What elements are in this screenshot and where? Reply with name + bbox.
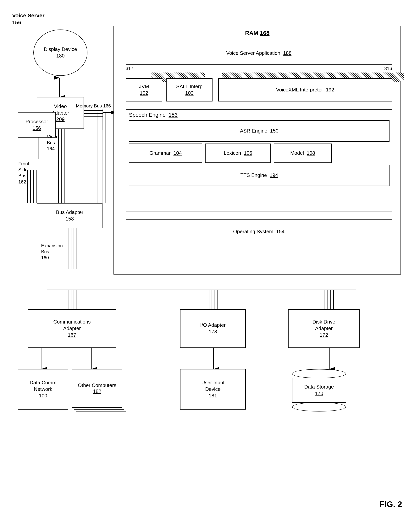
jvm-box: JVM 102 (126, 78, 162, 101)
salt-interp-box: SALT Interp 103 (166, 78, 213, 101)
front-side-bus-label: FrontSideBus162 (18, 161, 29, 185)
comm-adapter: CommunicationsAdapter 167 (28, 309, 116, 348)
video-bus-label: VideoBus164 (47, 134, 59, 152)
grammar-box: Grammar 104 (129, 144, 202, 163)
model-box: Model 108 (274, 144, 332, 163)
io-adapter: I/O Adapter 178 (180, 309, 246, 348)
uid-label: User InputDevice (201, 380, 224, 392)
uid-num: 181 (209, 393, 217, 399)
disk-adapter-label: Disk DriveAdapter (313, 319, 335, 331)
dcn-num: 100 (39, 393, 47, 399)
asr-label: ASR Engine 150 (240, 128, 278, 134)
ram-box: RAM 168 Voice Server Application 188 317… (114, 26, 401, 275)
io-adapter-label: I/O Adapter (200, 322, 226, 328)
data-comm-network: Data CommNetwork 100 (18, 369, 68, 409)
diagram-container: Voice Server 156 FIG. 2 (8, 8, 412, 515)
salt-num: 103 (185, 90, 193, 96)
speech-engine-box: Speech Engine 153 ASR Engine 150 Grammar… (126, 109, 392, 212)
salt-label: SALT Interp (176, 83, 202, 89)
io-adapter-num: 178 (209, 329, 217, 335)
memory-bus-label: Memory Bus 166 (76, 103, 111, 109)
processor-num: 156 (33, 125, 41, 131)
processor-label: Processor (25, 119, 48, 124)
disk-adapter-num: 172 (320, 332, 328, 338)
voice-server-app: Voice Server Application 188 (126, 42, 392, 65)
display-device: Display Device 180 (33, 30, 87, 76)
jvm-num: 102 (140, 90, 148, 96)
tts-engine-box: TTS Engine 194 (129, 165, 389, 186)
model-label: Model 108 (290, 150, 315, 156)
user-input-device: User InputDevice 181 (180, 369, 246, 409)
data-storage: Data Storage 170 (290, 369, 348, 411)
ref-317: 317 (126, 66, 133, 71)
ram-label: RAM 168 (245, 30, 270, 36)
vsa-label: Voice Server Application 188 (226, 50, 291, 57)
voicexml-box: VoiceXML Interpreter 192 (218, 78, 392, 101)
disk-drive-adapter: Disk DriveAdapter 172 (288, 309, 360, 348)
video-adapter-num: 209 (56, 116, 65, 122)
lexicon-box: Lexicon 106 (205, 144, 271, 163)
os-label: Operating System 154 (233, 229, 285, 235)
dcn-label: Data CommNetwork (30, 380, 57, 392)
ref-316: 316 (384, 66, 392, 71)
display-device-label: Display Device (44, 46, 77, 52)
speech-engine-label: Speech Engine 153 (129, 112, 178, 118)
vs-label-text: Voice Server (12, 13, 45, 18)
grammar-label: Grammar 104 (149, 150, 182, 156)
voice-server-label: Voice Server 156 (12, 12, 45, 26)
expansion-bus-label: ExpansionBus160 (41, 243, 63, 261)
tts-label: TTS Engine 194 (240, 172, 278, 179)
bus-adapter-num: 158 (66, 216, 74, 222)
bus-adapter: Bus Adapter 158 (37, 203, 102, 228)
ds-label: Data Storage (304, 384, 334, 390)
lexicon-label: Lexicon 106 (224, 150, 252, 156)
vs-num: 156 (12, 19, 21, 25)
comm-adapter-num: 167 (68, 332, 76, 338)
comm-adapter-label: CommunicationsAdapter (53, 319, 91, 331)
os-box: Operating System 154 (126, 219, 392, 244)
jvm-label: JVM (139, 83, 149, 89)
display-device-num: 180 (56, 53, 65, 59)
asr-engine-box: ASR Engine 150 (129, 120, 389, 142)
voicexml-label: VoiceXML Interpreter 192 (276, 87, 334, 93)
fig-label: FIG. 2 (379, 500, 402, 509)
bus-adapter-label: Bus Adapter (56, 209, 83, 215)
ds-num: 170 (315, 391, 323, 396)
oc-label: Other Computers182 (78, 382, 116, 394)
